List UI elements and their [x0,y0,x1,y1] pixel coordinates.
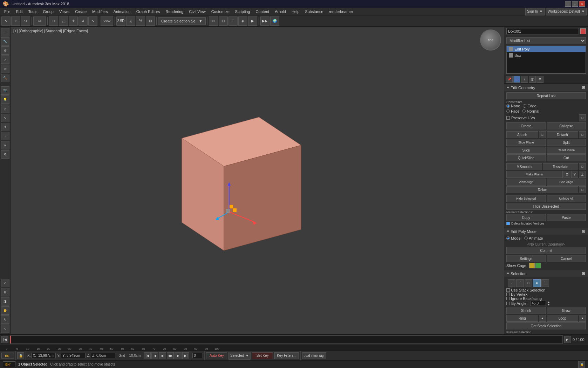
attach-settings[interactable]: □ [539,131,546,138]
reference-coord[interactable]: View [101,16,113,26]
menu-arnold[interactable]: Arnold [272,9,289,14]
key-filters-button[interactable]: Key Filters... [274,352,299,359]
cut-button[interactable]: Cut [547,154,586,161]
mini-properties-btn[interactable]: i [521,76,528,83]
menu-edit[interactable]: Edit [13,9,26,14]
quickslice-button[interactable]: QuickSlice [506,154,546,161]
make-planar-button[interactable]: Make Planar [506,171,563,178]
paste-button[interactable]: Paste [547,214,586,221]
close-button[interactable]: ✕ [579,1,585,7]
selected-dropdown[interactable]: Selected ▼ [228,352,251,360]
redo-button[interactable]: ↪ [21,16,30,26]
lock-button[interactable]: 🔒 [17,352,24,359]
edit-poly-mode-header[interactable]: ▾ Edit Poly Mode ⊞ [504,228,588,235]
motion-panel-btn[interactable]: ▷ [1,55,9,64]
auto-key-button[interactable]: Auto Key [206,352,227,359]
mini-pin-btn[interactable]: 📌 [506,76,513,83]
spline-tool[interactable]: ∿ [1,114,9,122]
camera-tool[interactable]: 📷 [1,86,9,95]
sel-border-btn[interactable]: □ [525,279,532,287]
ring-spinner[interactable]: ▲ [539,315,546,322]
layer-manager[interactable]: ☰ [228,16,238,26]
frame-input[interactable] [192,353,203,358]
x-planar-button[interactable]: X [563,171,570,178]
preserve-uvs-checkbox[interactable] [506,116,510,120]
create-button[interactable]: Create [506,122,546,129]
mode-animate[interactable]: Animate [524,236,543,240]
commit-button[interactable]: Commit [506,247,586,254]
delete-isolated-checkbox[interactable] [506,222,510,225]
viewport[interactable]: [+] [Orthographic] [Standard] [Edged Fac… [11,27,504,334]
animate-radio[interactable] [524,236,528,240]
by-angle-value[interactable] [530,301,546,306]
select-filter-all[interactable]: All [33,16,46,26]
menu-help[interactable]: Help [289,9,302,14]
spinner-snap[interactable]: ⊠ [146,16,155,26]
sel-element-btn[interactable]: ⬛ [541,279,549,287]
hierarchy-panel-btn[interactable]: ⊕ [1,46,9,55]
loop-spinner[interactable]: ▲ [579,315,586,322]
menu-content[interactable]: Content [253,9,272,14]
env-effects[interactable]: 🌍 [270,16,279,26]
grow-button[interactable]: Grow [547,307,586,314]
constraint-none[interactable]: None [506,104,520,108]
play-reverse-btn[interactable]: ◀▶ [167,352,174,359]
sign-in-dropdown[interactable]: Sign In ▼ [525,8,545,15]
relax-settings[interactable]: □ [579,186,586,193]
viewport-nav[interactable]: TOP [480,29,501,51]
cage-color-1[interactable] [529,263,535,268]
use-stack-selection-row[interactable]: Use Stack Selection [506,288,586,292]
ring-button[interactable]: Ring [506,315,538,322]
unhide-all-button[interactable]: Unhide All [547,195,586,202]
constraint-none-radio[interactable] [506,104,510,108]
helper-tool[interactable]: ✚ [1,123,9,131]
rotate-tool[interactable]: ↺ [78,16,88,26]
msmooth-button[interactable]: MSmooth [506,163,542,170]
copy-button[interactable]: Copy [506,214,546,221]
menu-renderbeamer[interactable]: renderbeamer [326,9,356,14]
modifier-box[interactable]: Box [507,52,586,59]
modifier-visibility-toggle[interactable] [509,47,513,51]
get-stack-selection-button[interactable]: Get Stack Selection [506,322,586,329]
create-selection-button[interactable]: Create Selection Se... ▼ [158,17,206,25]
modifier-edit-poly[interactable]: Edit Poly [507,46,586,52]
select-object[interactable]: □ [49,16,58,26]
menu-file[interactable]: File [1,9,13,14]
angle-down-arrow[interactable]: ▼ [547,303,550,306]
workspaces-dropdown[interactable]: Workspaces: Default ▼ [546,8,587,15]
play-btn[interactable]: ▶ [159,352,166,359]
zoom-extent[interactable]: ⊞ [1,288,9,296]
timeline-track[interactable] [10,335,563,344]
ignore-backfacing-row[interactable]: Ignore Backfacing [506,296,586,301]
angle-up-arrow[interactable]: ▲ [547,301,550,303]
by-vertex-row[interactable]: By Vertex [506,292,586,296]
maximize-viewport[interactable]: ⤡ [1,324,9,333]
modifier-list-dropdown[interactable]: Modifier List [506,37,586,44]
collapse-button[interactable]: Collapse [547,122,586,129]
goto-end-btn[interactable]: ▶| [182,352,189,359]
set-key-button[interactable]: Set Key [252,352,273,359]
scale-tool[interactable]: ⤡ [88,16,97,26]
menu-scripting[interactable]: Scripting [232,9,253,14]
menu-modifiers[interactable]: Modifiers [89,9,111,14]
minimize-button[interactable]: – [565,1,571,7]
next-frame-btn[interactable]: ▶ [175,352,182,359]
detach-settings[interactable]: □ [579,131,586,138]
cage-color-2[interactable] [535,263,541,268]
select-region[interactable]: ⬚ [59,16,68,26]
attach-button[interactable]: Attach [506,131,538,138]
menu-group[interactable]: Group [40,9,56,14]
sel-edge-btn[interactable]: ⌒ [516,279,524,287]
menu-animation[interactable]: Animation [111,9,134,14]
move-tool[interactable]: ✛ [69,16,78,26]
by-angle-checkbox[interactable] [506,302,510,305]
object-name-input[interactable] [506,28,579,34]
mini-configure-btn[interactable]: ⚙ [536,76,543,83]
split-button[interactable]: Split [547,139,586,146]
reset-plane-button[interactable]: Reset Plane [547,147,586,154]
menu-rendering[interactable]: Rendering [163,9,186,14]
y-planar-button[interactable]: Y [571,171,578,178]
slice-plane-button[interactable]: Slice Plane [506,139,546,146]
render-frame[interactable]: ▶▶ [260,16,269,26]
render-setup[interactable]: ▶ [248,16,257,26]
